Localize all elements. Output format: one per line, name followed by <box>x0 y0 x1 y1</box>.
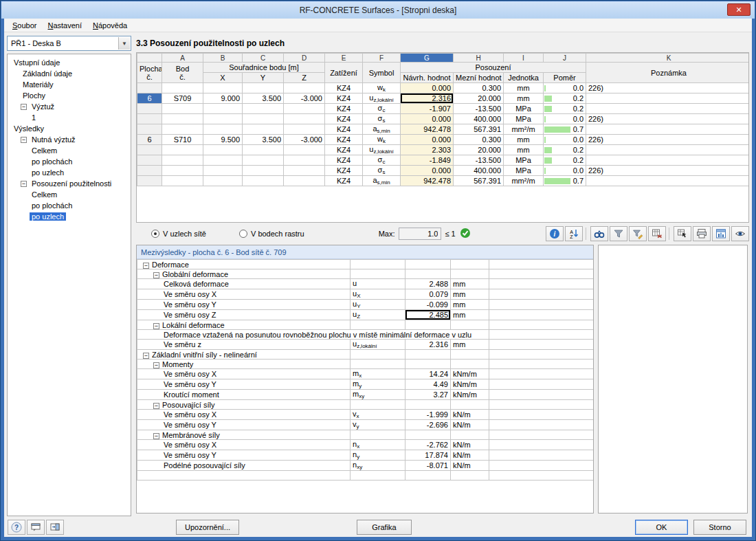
row-header-cell[interactable] <box>137 176 162 186</box>
print-button[interactable] <box>693 226 711 241</box>
filter-edit-button[interactable] <box>629 226 647 241</box>
cell-mezni-hodnota[interactable]: -13.500 <box>454 104 504 114</box>
cell-z[interactable]: -3.000 <box>284 135 325 145</box>
cell-symbol[interactable]: as,min <box>363 124 401 135</box>
tree-item-1[interactable]: 1 <box>8 112 131 123</box>
cell-poznamka[interactable] <box>586 155 750 166</box>
cell-zatizeni[interactable]: KZ4 <box>325 93 363 104</box>
collapse-icon[interactable]: − <box>153 323 159 329</box>
detail-group-cell[interactable]: −Globální deformace <box>137 269 351 279</box>
cell-bod[interactable]: S710 <box>162 135 203 145</box>
menu-napoveda[interactable]: Nápověda <box>87 19 133 32</box>
cell-z[interactable] <box>284 124 325 135</box>
collapse-icon[interactable]: − <box>21 181 27 187</box>
tree-item-zakladni-udaje[interactable]: Základní údaje <box>8 68 131 79</box>
cell-poznamka[interactable]: 226) <box>586 114 750 124</box>
cell-pomer[interactable]: 0.0 <box>544 166 586 176</box>
detail-value-cell[interactable]: 2.485 <box>405 310 451 320</box>
cell-symbol[interactable]: uz,lokální <box>363 145 401 155</box>
dock-comment-button[interactable] <box>27 520 45 535</box>
cell-zatizeni[interactable]: KZ4 <box>325 124 363 135</box>
row-header-cell[interactable] <box>137 83 162 93</box>
cell-x[interactable]: 9.500 <box>203 135 243 145</box>
tree-item-po-uzlech[interactable]: po uzlech <box>8 167 131 178</box>
cell-x[interactable]: 9.000 <box>203 93 243 104</box>
tree-item-vstupni-udaje[interactable]: Vstupní údaje <box>8 57 131 68</box>
cell-symbol[interactable]: σs <box>363 166 401 176</box>
cell-navrh-hodnota[interactable]: 0.000 <box>401 135 454 145</box>
upozorneni-button[interactable]: Upozornění... <box>176 520 239 535</box>
help-button[interactable]: ? <box>8 520 25 535</box>
cell-y[interactable] <box>243 124 284 135</box>
row-header-cell[interactable] <box>137 145 162 155</box>
cell-z[interactable] <box>284 145 325 155</box>
cell-y[interactable] <box>243 114 284 124</box>
detail-value-cell[interactable]: 3.27 <box>405 390 451 400</box>
cell-jednotka[interactable]: mm <box>504 135 544 145</box>
column-letter-selected[interactable]: G <box>401 54 454 63</box>
collapse-icon[interactable]: − <box>21 137 27 143</box>
cell-z[interactable] <box>284 104 325 114</box>
column-letter[interactable]: A <box>162 54 203 63</box>
radio-v-bodech-rastru[interactable] <box>239 230 247 238</box>
radio-v-uzlech-site[interactable] <box>151 230 159 238</box>
collapse-icon[interactable]: − <box>21 104 27 110</box>
detail-value-cell[interactable]: -1.999 <box>405 410 451 420</box>
cell-poznamka[interactable]: 226) <box>586 166 750 176</box>
cell-mezni-hodnota[interactable]: 400.000 <box>454 166 504 176</box>
max-value-field[interactable] <box>399 228 441 240</box>
detail-group-cell[interactable]: −Posouvající síly <box>137 400 351 410</box>
cell-pomer[interactable]: 0.7 <box>544 176 586 186</box>
tree-item-po-uzlech[interactable]: po uzlech <box>8 211 131 222</box>
cell-jednotka[interactable]: MPa <box>504 155 544 166</box>
dock-panel-button[interactable] <box>46 520 64 535</box>
row-header-cell[interactable] <box>137 104 162 114</box>
row-header-cell[interactable] <box>137 124 162 135</box>
cell-pomer[interactable]: 0.0 <box>544 135 586 145</box>
cell-symbol[interactable]: σc <box>363 104 401 114</box>
column-letter[interactable]: J <box>544 54 586 63</box>
sort-az-button[interactable]: AZ <box>565 226 583 241</box>
close-button[interactable]: ✕ <box>727 3 751 16</box>
cell-symbol[interactable]: σc <box>363 155 401 166</box>
column-letter[interactable]: K <box>586 54 750 63</box>
filter-button[interactable] <box>610 226 627 241</box>
detail-value-cell[interactable]: -8.071 <box>405 461 451 471</box>
detail-value-cell[interactable]: -0.099 <box>405 300 451 310</box>
cell-jednotka[interactable]: mm <box>504 145 544 155</box>
cell-mezni-hodnota[interactable]: 400.000 <box>454 114 504 124</box>
cell-z[interactable] <box>284 155 325 166</box>
cell-zatizeni[interactable]: KZ4 <box>325 83 363 93</box>
cell-symbol[interactable]: wk <box>363 83 401 93</box>
row-header-cell[interactable] <box>137 155 162 166</box>
cell-pomer[interactable]: 0.2 <box>544 155 586 166</box>
cell-x[interactable] <box>203 155 243 166</box>
column-letter[interactable]: C <box>243 54 284 63</box>
grafika-button[interactable]: Grafika <box>357 520 412 535</box>
info-button[interactable]: i <box>546 226 564 241</box>
cell-z[interactable]: -3.000 <box>284 93 325 104</box>
cell-navrh-hodnota[interactable]: 2.303 <box>401 145 454 155</box>
cell-pomer[interactable]: 0.0 <box>544 83 586 93</box>
tree-item-posouzeni-pouzitelnosti[interactable]: −Posouzení použitelnosti <box>8 178 131 189</box>
column-letter[interactable]: I <box>504 54 544 63</box>
cell-symbol[interactable]: uz,lokální <box>363 93 401 104</box>
cell-navrh-hodnota[interactable]: -1.849 <box>401 155 454 166</box>
tree-item-vysledky[interactable]: Výsledky <box>8 123 131 134</box>
result-diagrams-button[interactable] <box>712 226 730 241</box>
cell-poznamka[interactable] <box>586 93 750 104</box>
radio-v-uzlech-site-label[interactable]: V uzlech sítě <box>163 230 206 238</box>
cell-navrh-hodnota[interactable]: 0.000 <box>401 166 454 176</box>
cell-pomer[interactable]: 0.2 <box>544 104 586 114</box>
cell-navrh-hodnota[interactable]: 942.478 <box>401 124 454 135</box>
menu-soubor[interactable]: Soubor <box>7 19 42 32</box>
collapse-icon[interactable]: − <box>153 403 159 409</box>
detail-group-cell[interactable]: −Membránové síly <box>137 430 351 440</box>
cell-y[interactable] <box>243 104 284 114</box>
collapse-icon[interactable]: − <box>153 362 159 368</box>
cell-y[interactable] <box>243 176 284 186</box>
cell-mezni-hodnota[interactable]: 20.000 <box>454 93 504 104</box>
cell-navrh-hodnota[interactable]: 0.000 <box>401 114 454 124</box>
cell-pomer[interactable]: 0.0 <box>544 114 586 124</box>
cell-navrh-hodnota[interactable]: -1.907 <box>401 104 454 114</box>
